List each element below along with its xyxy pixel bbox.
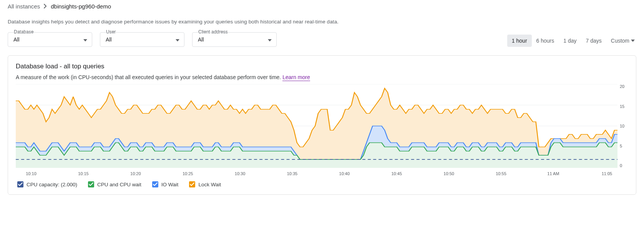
card-subtitle: A measure of the work (in CPU-seconds) t… [16,74,628,80]
dropdown-icon [268,36,272,43]
time-range-option[interactable]: 7 days [581,35,606,47]
breadcrumb-root-link[interactable]: All instances [8,3,40,10]
time-range-option[interactable]: 1 day [559,35,581,47]
y-tick: 20 [620,84,624,89]
database-load-card: Database load - all top queries A measur… [8,55,636,195]
legend-item[interactable]: CPU capacity: (2.000) [17,181,77,187]
x-tick: 11 AM [547,171,559,176]
client-address-filter[interactable]: Client address All [192,32,277,47]
x-tick: 10:20 [130,171,141,176]
chart: 20151050 [16,84,628,169]
dropdown-icon [83,36,87,43]
y-tick: 15 [620,104,624,109]
filter-row: Database All User All Client address All [8,32,636,47]
database-filter-value: All [13,36,20,43]
time-range-custom[interactable]: Custom [606,35,636,47]
legend-item[interactable]: IO Wait [152,181,179,187]
legend-label: Lock Wait [198,182,221,187]
x-tick: 10:35 [287,171,298,176]
chart-x-axis: 10:1010:1510:2010:2510:3010:3510:4010:45… [16,171,628,176]
chevron-right-icon [44,3,47,10]
chart-legend: CPU capacity: (2.000)CPU and CPU waitIO … [16,181,628,187]
time-range-option[interactable]: 6 hours [532,35,559,47]
x-tick: 10:10 [26,171,37,176]
x-tick: 10:25 [183,171,193,176]
x-tick: 10:45 [391,171,402,176]
chart-y-axis: 20151050 [617,84,628,168]
legend-item[interactable]: CPU and CPU wait [88,181,141,187]
legend-label: CPU capacity: (2.000) [27,182,77,187]
breadcrumb-current: dbinsights-pg960-demo [51,3,111,10]
legend-checkbox-icon [17,181,23,187]
user-filter-value: All [106,36,112,43]
dropdown-icon [176,36,179,43]
legend-label: CPU and CPU wait [97,182,141,187]
card-title: Database load - all top queries [16,63,628,70]
y-tick: 0 [620,163,622,168]
time-range-selector: 1 hour6 hours1 day7 daysCustom [507,35,636,47]
page-description: Database insights helps you detect and d… [8,19,636,25]
x-tick: 10:55 [496,171,506,176]
breadcrumb: All instances dbinsights-pg960-demo [0,0,644,15]
x-tick: 10:15 [78,171,89,176]
client-address-filter-value: All [198,36,204,43]
x-tick: 10:40 [339,171,350,176]
time-range-option[interactable]: 1 hour [507,35,532,47]
x-tick: 11:05 [602,171,612,176]
legend-checkbox-icon [189,181,195,187]
legend-checkbox-icon [88,181,94,187]
legend-item[interactable]: Lock Wait [189,181,221,187]
x-tick: 10:50 [443,171,454,176]
x-tick: 10:30 [235,171,246,176]
y-tick: 10 [620,124,624,128]
y-tick: 5 [620,144,622,148]
database-filter[interactable]: Database All [8,32,92,47]
legend-checkbox-icon [152,181,158,187]
user-filter[interactable]: User All [100,32,184,47]
legend-label: IO Wait [161,182,179,187]
learn-more-link[interactable]: Learn more [282,74,310,81]
